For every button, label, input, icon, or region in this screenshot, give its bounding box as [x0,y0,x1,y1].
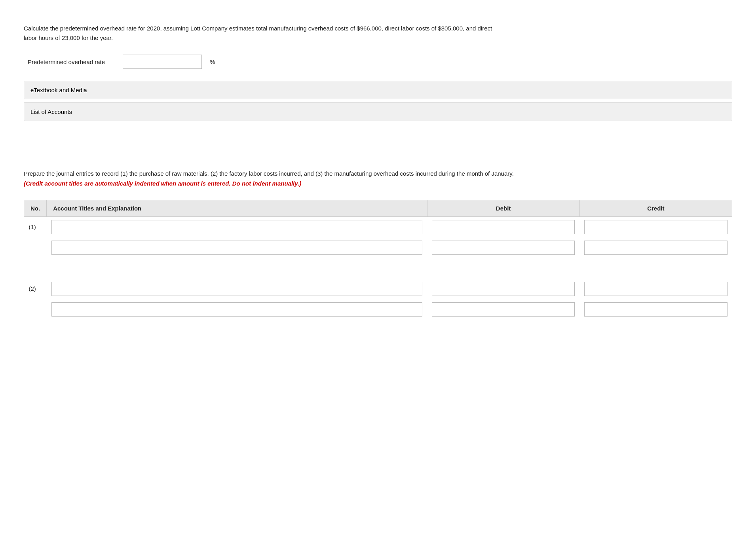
bottom-border-row [24,320,732,340]
debit-cell [427,237,579,258]
debit-input-1-1[interactable] [432,220,575,234]
overhead-rate-label: Predetermined overhead rate [28,59,115,65]
debit-input-1-2[interactable] [432,241,575,255]
credit-cell [579,299,732,320]
credit-input-1-1[interactable] [584,220,727,234]
credit-input-2-2[interactable] [584,302,727,317]
spacer-row [24,258,732,279]
instruction-plain: Prepare the journal entries to record (1… [24,170,514,177]
account-cell [47,299,427,320]
debit-input-2-1[interactable] [432,282,575,296]
account-input-2-1[interactable] [51,282,422,296]
col-header-account: Account Titles and Explanation [47,200,427,216]
section-1: Calculate the predetermined overhead rat… [16,12,740,137]
percent-sign: % [210,59,215,65]
instruction-red: (Credit account titles are automatically… [24,180,301,187]
credit-cell [579,216,732,237]
credit-cell [579,237,732,258]
section-2: Prepare the journal entries to record (1… [16,161,740,348]
list-of-accounts-button[interactable]: List of Accounts [24,102,732,121]
overhead-rate-row: Predetermined overhead rate % [28,55,732,69]
entry-number-empty [24,299,47,320]
entry-number-empty [24,237,47,258]
table-row: (2) [24,279,732,299]
table-header-row: No. Account Titles and Explanation Debit… [24,200,732,216]
journal-table: No. Account Titles and Explanation Debit… [24,200,732,340]
debit-input-2-2[interactable] [432,302,575,317]
question-text: Calculate the predetermined overhead rat… [24,24,499,43]
credit-cell [579,279,732,299]
entry-number-2: (2) [24,279,47,299]
account-input-1-2[interactable] [51,241,422,255]
account-input-2-2[interactable] [51,302,422,317]
table-row [24,299,732,320]
collapsible-buttons: eTextbook and Media List of Accounts [24,81,732,121]
credit-input-1-2[interactable] [584,241,727,255]
col-header-debit: Debit [427,200,579,216]
table-row [24,237,732,258]
account-cell [47,279,427,299]
credit-input-2-1[interactable] [584,282,727,296]
section-divider [16,149,740,149]
col-header-no: No. [24,200,47,216]
account-input-1-1[interactable] [51,220,422,234]
account-cell [47,237,427,258]
entry-number-1: (1) [24,216,47,237]
debit-cell [427,216,579,237]
col-header-credit: Credit [579,200,732,216]
debit-cell [427,279,579,299]
table-row: (1) [24,216,732,237]
etextbook-button[interactable]: eTextbook and Media [24,81,732,99]
overhead-rate-input[interactable] [123,55,202,69]
instruction-text: Prepare the journal entries to record (1… [24,169,519,189]
account-cell [47,216,427,237]
debit-cell [427,299,579,320]
